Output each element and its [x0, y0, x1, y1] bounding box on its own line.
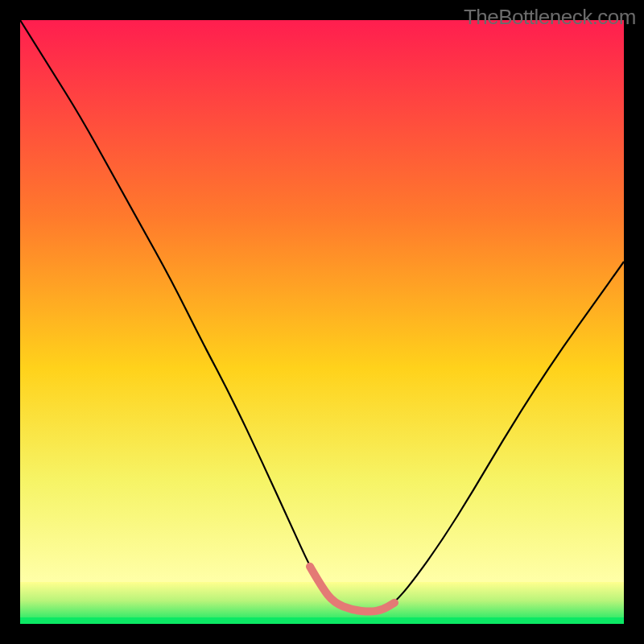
chart-container: TheBottleneck.com	[0, 0, 644, 644]
bottleneck-curve-chart	[20, 20, 624, 624]
plot-area	[20, 20, 624, 624]
heatmap-green-strip	[20, 617, 624, 624]
watermark-text: TheBottleneck.com	[464, 5, 636, 30]
heatmap-gradient	[20, 20, 624, 582]
